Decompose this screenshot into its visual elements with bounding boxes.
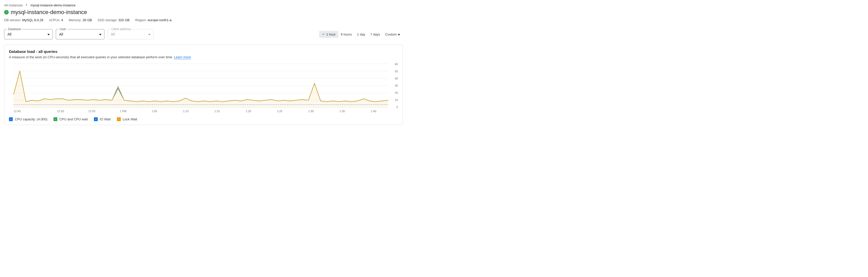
x-tick: 1:15 — [202, 110, 232, 113]
legend-checkbox-icon — [9, 117, 13, 121]
spec-label: Memory: — [69, 18, 82, 22]
x-tick: 1:05 — [139, 110, 170, 113]
y-tick: 0 — [390, 106, 398, 109]
legend-label: IO Wait — [100, 117, 111, 121]
x-tick: 12:45 — [13, 110, 45, 113]
y-tick: 60 — [390, 63, 398, 66]
learn-more-link[interactable]: Learn more — [174, 55, 191, 59]
x-tick: 1:30 — [295, 110, 327, 113]
spec-value: 320 GB — [118, 18, 129, 22]
time-range-1-day[interactable]: 1 day — [354, 31, 368, 38]
status-ok-icon — [4, 10, 9, 14]
spec-value: europe-north1-a — [148, 18, 172, 22]
select-value: All — [7, 32, 11, 36]
legend-checkbox-icon — [54, 117, 57, 121]
x-tick: 1:20 — [232, 110, 264, 113]
spec-label: vCPUs: — [49, 18, 60, 22]
legend-label: CPU capacity: (4.000) — [15, 117, 47, 121]
time-range-7-days[interactable]: 7 days — [368, 31, 382, 38]
breadcrumb: All instances mysql-instance-demo-instan… — [4, 3, 403, 7]
time-range-custom[interactable]: Custom — [382, 31, 403, 38]
spec-value: MySQL 8.0.26 — [22, 18, 43, 22]
legend-checkbox-icon — [94, 117, 98, 121]
legend-item[interactable]: Lock Wait — [117, 117, 137, 121]
user-select[interactable]: User All — [56, 29, 104, 39]
card-description-text: A measure of the work (in CPU-seconds) t… — [9, 55, 174, 59]
x-tick: 1:10 — [170, 110, 202, 113]
chevron-right-icon — [25, 3, 28, 7]
title-row: mysql-instance-demo-instance — [4, 9, 403, 15]
y-axis: 6050403020100 — [389, 63, 398, 109]
time-range-1-hour[interactable]: 1 hour — [319, 31, 338, 38]
y-tick: 20 — [390, 91, 398, 94]
database-select[interactable]: Database All — [4, 29, 53, 39]
breadcrumb-root[interactable]: All instances — [4, 3, 23, 7]
spec-value: 4 — [61, 18, 63, 22]
spec-label: SSD storage: — [97, 18, 117, 22]
select-value: All — [59, 32, 63, 36]
x-tick: 12:50 — [45, 110, 76, 113]
y-tick: 40 — [390, 77, 398, 80]
time-range-6-hours[interactable]: 6 hours — [338, 31, 354, 38]
spec-value: 26 GB — [83, 18, 92, 22]
legend-item[interactable]: CPU capacity: (4.000) — [9, 117, 47, 121]
database-load-card: Database load - all queries A measure of… — [4, 44, 403, 125]
x-tick: 1 PM — [107, 110, 139, 113]
chart-plot[interactable] — [9, 63, 389, 109]
x-tick: 12:55 — [76, 110, 107, 113]
spec-label: Region: — [135, 18, 147, 22]
legend-item[interactable]: IO Wait — [94, 117, 111, 121]
spec-row: DB version: MySQL 8.0.26 vCPUs: 4 Memory… — [4, 18, 403, 22]
select-value: All — [111, 32, 115, 36]
select-label: Client address — [110, 27, 132, 31]
y-tick: 50 — [390, 70, 398, 73]
chevron-down-icon — [99, 32, 101, 36]
chevron-down-icon — [47, 32, 50, 36]
time-range-picker: 1 hour6 hours1 day7 daysCustom — [319, 31, 403, 38]
breadcrumb-current: mysql-instance-demo-instance — [30, 3, 75, 7]
client-address-select[interactable]: Client address All — [107, 29, 154, 39]
page-title: mysql-instance-demo-instance — [11, 9, 87, 15]
chevron-down-icon — [148, 32, 151, 36]
legend-label: Lock Wait — [123, 117, 137, 121]
spec-label: DB version: — [4, 18, 21, 22]
y-tick: 30 — [390, 84, 398, 87]
filter-row: Database All User All Client address All… — [4, 29, 403, 39]
chart-area: 6050403020100 — [9, 63, 398, 109]
x-tick: 1:40 — [358, 110, 389, 113]
chart-legend: CPU capacity: (4.000)CPU and CPU waitIO … — [9, 117, 398, 121]
legend-item[interactable]: CPU and CPU wait — [54, 117, 88, 121]
card-description: A measure of the work (in CPU-seconds) t… — [9, 55, 398, 59]
select-label: Database — [7, 27, 22, 31]
x-axis: 12:4512:5012:551 PM1:051:101:151:201:251… — [13, 110, 389, 113]
y-tick: 10 — [390, 98, 398, 101]
card-title: Database load - all queries — [9, 49, 398, 54]
x-tick: 1:25 — [264, 110, 295, 113]
select-label: User — [59, 27, 67, 31]
legend-label: CPU and CPU wait — [59, 117, 88, 121]
legend-checkbox-icon — [117, 117, 121, 121]
x-tick: 1:35 — [327, 110, 358, 113]
